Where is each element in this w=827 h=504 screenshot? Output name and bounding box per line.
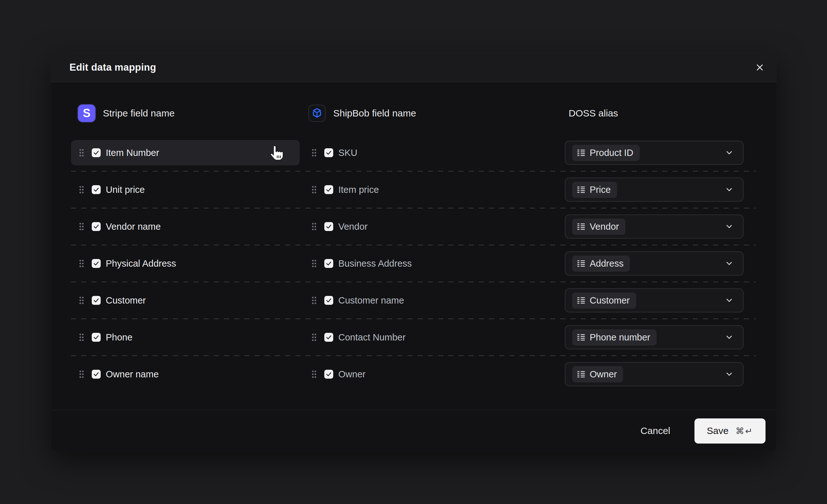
column-header-shipbob: ShipBob field name: [308, 105, 416, 122]
shipbob-field-checkbox[interactable]: [324, 222, 333, 231]
modal-body: S Stripe field name ShipBob field name D…: [51, 82, 776, 410]
mapping-row: Owner name Owner Owner: [51, 361, 776, 387]
shipbob-field-cell[interactable]: Contact Number: [304, 325, 527, 350]
shipbob-field-label: Owner: [338, 369, 366, 380]
drag-handle-icon[interactable]: [79, 149, 84, 157]
drag-handle-icon[interactable]: [311, 370, 317, 378]
alias-select[interactable]: Price: [565, 177, 743, 202]
alias-cell: Address: [565, 251, 743, 276]
drag-handle-icon[interactable]: [79, 185, 84, 194]
stripe-field-checkbox[interactable]: [92, 148, 101, 157]
alias-select[interactable]: Product ID: [565, 141, 743, 165]
stripe-field-checkbox[interactable]: [92, 296, 101, 305]
drag-handle-icon[interactable]: [311, 222, 317, 231]
alias-select[interactable]: Vendor: [565, 215, 743, 239]
drag-handle-icon[interactable]: [311, 296, 317, 304]
shipbob-field-cell[interactable]: SKU: [304, 140, 527, 165]
stripe-field-cell[interactable]: Item Number: [71, 140, 300, 165]
cancel-button[interactable]: Cancel: [641, 426, 670, 436]
drag-handle-icon[interactable]: [311, 333, 317, 341]
alias-select[interactable]: Address: [565, 251, 743, 276]
mapping-row: Vendor name Vendor Vendor: [51, 214, 776, 239]
shipbob-field-cell[interactable]: Owner: [304, 361, 527, 387]
stripe-field-cell[interactable]: Vendor name: [71, 214, 300, 239]
stripe-field-cell[interactable]: Customer: [71, 288, 300, 313]
shipbob-field-cell[interactable]: Item price: [304, 177, 527, 202]
stripe-field-cell[interactable]: Unit price: [71, 177, 300, 202]
close-button[interactable]: [752, 60, 768, 75]
alias-cell: Product ID: [565, 140, 743, 165]
table-icon: [577, 185, 585, 194]
shipbob-field-checkbox[interactable]: [324, 333, 333, 342]
drag-handle-icon[interactable]: [79, 370, 84, 378]
drag-handle-icon[interactable]: [311, 185, 317, 194]
alias-select[interactable]: Phone number: [565, 325, 743, 349]
alias-chip: Customer: [572, 292, 636, 309]
stripe-field-label: Item Number: [106, 148, 159, 158]
shipbob-field-cell[interactable]: Business Address: [304, 251, 527, 276]
shipbob-field-checkbox[interactable]: [324, 370, 333, 379]
stripe-field-checkbox[interactable]: [92, 259, 101, 268]
shipbob-field-checkbox[interactable]: [324, 148, 333, 157]
shipbob-logo-icon: [308, 105, 326, 122]
alias-chip: Price: [572, 182, 617, 198]
stripe-field-cell[interactable]: Owner name: [71, 361, 300, 387]
stripe-field-cell[interactable]: Physical Address: [71, 251, 300, 276]
chevron-down-icon: [724, 185, 734, 194]
chevron-down-icon: [724, 370, 734, 379]
stripe-field-label: Customer: [106, 295, 146, 306]
stripe-field-cell[interactable]: Phone: [71, 325, 300, 350]
shipbob-field-checkbox[interactable]: [324, 185, 333, 194]
drag-handle-icon[interactable]: [311, 149, 317, 157]
column-label: ShipBob field name: [333, 108, 416, 119]
stripe-field-label: Owner name: [106, 369, 159, 380]
table-icon: [577, 333, 585, 341]
shipbob-field-cell[interactable]: Vendor: [304, 214, 527, 239]
modal-header: Edit data mapping: [51, 53, 776, 82]
stripe-field-checkbox[interactable]: [92, 185, 101, 194]
modal-title: Edit data mapping: [69, 62, 156, 73]
shipbob-field-label: Vendor: [338, 221, 368, 232]
chevron-down-icon: [724, 148, 734, 158]
chevron-down-icon: [724, 333, 734, 342]
shipbob-field-label: Contact Number: [338, 332, 405, 343]
alias-select[interactable]: Owner: [565, 362, 743, 386]
chevron-down-icon: [724, 222, 734, 231]
shipbob-field-label: Customer name: [338, 295, 404, 306]
table-icon: [577, 259, 585, 268]
drag-handle-icon[interactable]: [79, 259, 84, 268]
alias-chip: Owner: [572, 366, 623, 383]
alias-cell: Customer: [565, 288, 743, 313]
shipbob-field-checkbox[interactable]: [324, 296, 333, 305]
page-background: Edit data mapping S Stripe field name: [0, 0, 827, 504]
alias-chip: Product ID: [572, 145, 640, 161]
table-icon: [577, 222, 585, 231]
shipbob-field-label: Item price: [338, 184, 379, 195]
drag-handle-icon[interactable]: [79, 333, 84, 341]
save-button-label: Save: [707, 426, 728, 436]
drag-handle-icon[interactable]: [311, 259, 317, 268]
alias-select[interactable]: Customer: [565, 288, 743, 313]
save-shortcut-hint: ⌘↵: [736, 426, 753, 436]
drag-handle-icon[interactable]: [79, 222, 84, 231]
drag-handle-icon[interactable]: [79, 296, 84, 304]
save-button[interactable]: Save ⌘↵: [694, 418, 766, 444]
chevron-down-icon: [724, 295, 734, 305]
stripe-field-checkbox[interactable]: [92, 333, 101, 342]
column-label: DOSS alias: [569, 108, 618, 119]
edit-data-mapping-modal: Edit data mapping S Stripe field name: [51, 53, 776, 451]
shipbob-field-checkbox[interactable]: [324, 259, 333, 268]
stripe-logo-icon: S: [78, 105, 95, 122]
shipbob-field-label: SKU: [338, 148, 357, 158]
stripe-field-checkbox[interactable]: [92, 370, 101, 379]
column-header-doss-alias: DOSS alias: [569, 108, 618, 119]
mapping-row: Phone Contact Number Phone number: [51, 325, 776, 350]
row-divider: [51, 202, 776, 214]
table-icon: [577, 370, 585, 378]
mapping-row: Unit price Item price Price: [51, 177, 776, 202]
shipbob-field-cell[interactable]: Customer name: [304, 288, 527, 313]
mapping-row: Customer Customer name Customer: [51, 288, 776, 313]
alias-value: Phone number: [590, 332, 650, 343]
mapping-row: Physical Address Business Address Addres…: [51, 251, 776, 276]
stripe-field-checkbox[interactable]: [92, 222, 101, 231]
